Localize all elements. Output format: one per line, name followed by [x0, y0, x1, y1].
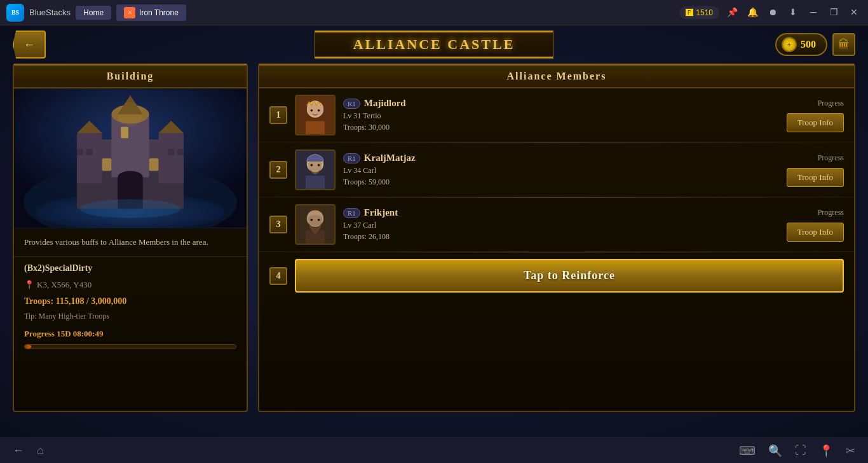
alliance-members-panel: Alliance Members 1	[258, 64, 855, 412]
coins-display: 🅿 1510	[679, 6, 719, 19]
gold-value: 500	[801, 39, 816, 50]
pin-icon[interactable]: 📌	[724, 5, 740, 20]
svg-point-21	[80, 199, 180, 218]
member-name-2: KraljMatjaz	[364, 153, 416, 163]
tap-to-reinforce-button[interactable]: Tap to Reinforce	[295, 259, 844, 293]
troop-info-button-3[interactable]: Troop Info	[787, 223, 844, 242]
taskbar-home-icon[interactable]: ⌂	[37, 444, 44, 457]
member-level-2: Lv 34 Carl	[343, 166, 760, 176]
member-rank-badge-3: R1	[343, 208, 360, 218]
coin-icon: 🅿	[686, 8, 693, 17]
member-rank-badge-1: R1	[343, 99, 360, 109]
game-header: ← ALLIANCE CASTLE + 500 🏛	[0, 25, 868, 64]
member-progress-label-3: Progress	[818, 208, 844, 218]
member-rank-badge-2: R1	[343, 153, 360, 163]
member-right-1: Progress Troop Info	[768, 99, 844, 132]
svg-point-17	[118, 171, 143, 184]
member-avatar-2	[295, 149, 336, 190]
reinforce-rank: 4	[269, 267, 287, 285]
taskbar-location-icon[interactable]: 📍	[819, 444, 833, 458]
svg-point-28	[318, 109, 320, 112]
member-avatar-1	[295, 95, 336, 135]
download-icon[interactable]: ⬇	[785, 5, 801, 20]
iron-throne-tab-label: Iron Throne	[139, 8, 179, 17]
taskbar-back-icon[interactable]: ←	[13, 444, 24, 457]
svg-rect-8	[77, 133, 102, 183]
location-pin-icon: 📍	[24, 280, 34, 290]
alliance-members-title: Alliance Members	[259, 66, 854, 88]
building-panel-title: Building	[14, 66, 247, 88]
home-tab-label: Home	[83, 8, 104, 17]
member-name-1: Majidlord	[364, 98, 406, 109]
member-row-2: 2	[259, 143, 854, 197]
building-description: Provides various buffs to Alliance Membe…	[14, 228, 247, 257]
restore-icon[interactable]: ❐	[826, 5, 841, 20]
reinforce-row: 4 Tap to Reinforce	[259, 252, 854, 299]
header-title-area: ALLIANCE CASTLE	[315, 31, 554, 59]
member-level-3: Lv 37 Carl	[343, 221, 760, 230]
svg-point-34	[318, 164, 320, 167]
taskbar-search-icon[interactable]: 🔍	[768, 444, 782, 458]
progress-bar-container	[24, 344, 236, 349]
iron-throne-icon: ⚔	[124, 7, 135, 18]
svg-rect-19	[149, 158, 159, 171]
taskbar: ← ⌂ ⌨ 🔍 ⛶ 📍 ✂	[0, 438, 868, 463]
bluestacks-title: BlueStacks	[29, 8, 71, 17]
member-progress-label-1: Progress	[818, 99, 844, 108]
svg-rect-20	[121, 127, 128, 139]
bell-icon[interactable]: 🔔	[745, 5, 760, 20]
member-row-3: 3	[259, 198, 854, 252]
svg-rect-12	[77, 149, 83, 155]
bank-icon[interactable]: 🏛	[832, 33, 855, 56]
svg-rect-31	[306, 176, 325, 189]
coin-value: 1510	[696, 8, 713, 17]
page-title: ALLIANCE CASTLE	[353, 36, 515, 52]
member-info-3: R1 Frikjent Lv 37 Carl Troops: 26,108	[343, 207, 760, 242]
svg-rect-9	[159, 133, 184, 183]
taskbar-fullscreen-icon[interactable]: ⛶	[795, 444, 806, 457]
member-right-2: Progress Troop Info	[768, 153, 844, 187]
building-panel: Building	[13, 64, 248, 412]
progress-label: Progress 15D 08:00:49	[14, 326, 247, 342]
gold-coin-icon: +	[782, 37, 797, 52]
location-text: 📍 K3, X566, Y430	[14, 280, 247, 294]
member-progress-label-2: Progress	[818, 153, 844, 163]
member-rank-3: 3	[269, 216, 287, 233]
header-right: + 500 🏛	[775, 33, 855, 56]
member-troops-2: Troops: 59,000	[343, 177, 760, 187]
bluestacks-bar: BS BlueStacks Home ⚔ Iron Throne 🅿 1510 …	[0, 0, 868, 25]
svg-point-22	[118, 102, 143, 127]
member-rank-2: 2	[269, 161, 287, 179]
location-value: K3, X566, Y430	[37, 280, 92, 290]
back-button[interactable]: ←	[13, 31, 46, 59]
member-troops-1: Troops: 30,000	[343, 123, 760, 132]
record-icon[interactable]: ⏺	[765, 5, 780, 20]
troop-info-button-2[interactable]: Troop Info	[787, 168, 844, 187]
member-info-1: R1 Majidlord Lv 31 Tertio Troops: 30,000	[343, 98, 760, 132]
svg-rect-14	[168, 149, 174, 155]
tab-iron-throne[interactable]: ⚔ Iron Throne	[116, 4, 186, 21]
building-owner: (Bx2)SpecialDirty	[14, 257, 247, 280]
building-image	[14, 88, 247, 228]
close-icon[interactable]: ✕	[846, 5, 862, 20]
troops-count: Troops: 115,108 / 3,000,000	[14, 294, 247, 310]
minimize-icon[interactable]: ─	[806, 5, 821, 20]
svg-point-39	[311, 219, 313, 221]
member-right-3: Progress Troop Info	[768, 208, 844, 242]
svg-rect-25	[306, 121, 325, 134]
member-level-1: Lv 31 Tertio	[343, 111, 760, 121]
progress-bar-fill	[25, 345, 31, 349]
taskbar-keyboard-icon[interactable]: ⌨	[739, 444, 756, 458]
tab-home[interactable]: Home	[76, 6, 111, 20]
member-info-2: R1 KraljMatjaz Lv 34 Carl Troops: 59,000	[343, 153, 760, 187]
troop-info-button-1[interactable]: Troop Info	[787, 113, 844, 132]
member-row: 1	[259, 88, 854, 142]
svg-rect-13	[86, 149, 93, 155]
svg-point-40	[318, 219, 320, 221]
game-area: ← ALLIANCE CASTLE + 500 🏛 Building	[0, 25, 868, 438]
member-troops-3: Troops: 26,108	[343, 232, 760, 242]
svg-point-27	[311, 109, 313, 112]
taskbar-scissors-icon[interactable]: ✂	[846, 444, 855, 458]
svg-rect-15	[177, 149, 184, 155]
gold-display: + 500	[775, 33, 827, 56]
